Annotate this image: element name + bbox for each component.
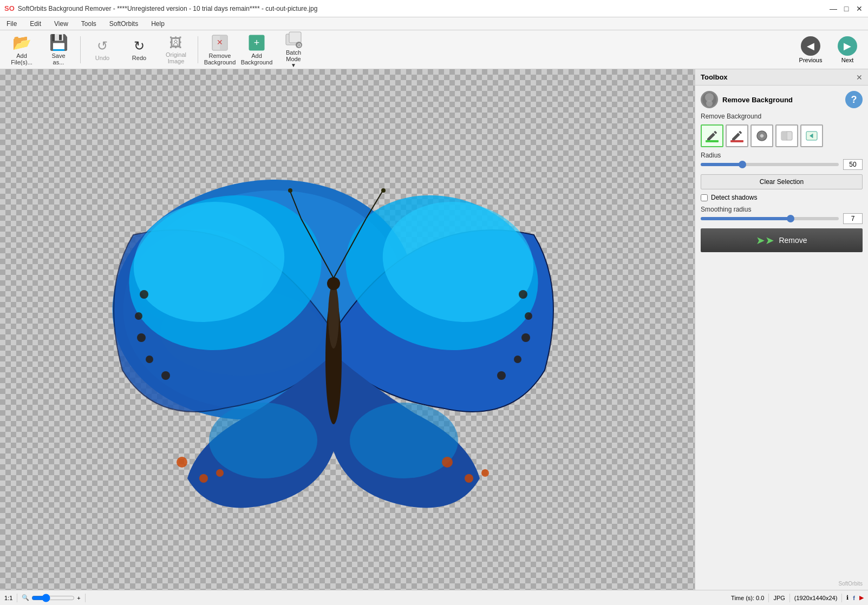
red-pencil-tool[interactable] (726, 124, 748, 147)
green-pencil-tool[interactable] (701, 124, 723, 147)
smoothing-slider-thumb[interactable] (787, 215, 794, 222)
menu-help[interactable]: Help (149, 19, 167, 29)
redo-button[interactable]: ↻ Redo (122, 33, 156, 67)
add-files-icon: 📂 (12, 34, 31, 51)
svg-rect-6 (289, 32, 301, 43)
remove-button[interactable]: ➤➤ Remove (701, 228, 863, 252)
svg-point-30 (199, 474, 208, 483)
batch-mode-icon: ⚙ (285, 31, 302, 48)
add-files-label: Add File(s)... (11, 52, 32, 65)
window-title: SoftOrbits Background Remover - ****Unre… (18, 5, 318, 12)
previous-button[interactable]: ◀ Previous (794, 36, 827, 63)
menu-edit[interactable]: Edit (28, 19, 43, 29)
redo-label: Redo (132, 55, 146, 61)
restore-icon (805, 129, 818, 142)
batch-mode-label: BatchMode (286, 49, 301, 62)
toolbox-footer: SoftOrbits (695, 577, 868, 590)
save-as-button[interactable]: 💾 Save as... (41, 33, 76, 67)
social-youtube-icon[interactable]: ▶ (859, 594, 864, 601)
svg-point-32 (442, 457, 453, 468)
magic-wand-tool[interactable] (750, 124, 773, 147)
save-as-icon: 💾 (49, 34, 68, 51)
canvas-area[interactable] (0, 69, 695, 590)
undo-icon: ↺ (97, 38, 108, 54)
svg-point-29 (177, 457, 187, 468)
add-bg-icon: + (248, 34, 265, 51)
remove-bg-label: Remove Background (204, 52, 236, 65)
svg-point-33 (465, 474, 473, 483)
menu-softorbits[interactable]: SoftOrbits (107, 19, 140, 29)
svg-text:⚙: ⚙ (297, 42, 302, 48)
restore-tool[interactable] (800, 124, 823, 147)
zoom-plus-icon[interactable]: + (77, 595, 80, 601)
minimize-button[interactable]: — (829, 4, 838, 13)
original-image-button[interactable]: 🖼 Original Image (159, 33, 193, 67)
detect-shadows-row: Detect shadows (701, 194, 863, 201)
svg-point-28 (497, 371, 506, 380)
svg-point-36 (328, 284, 339, 348)
zoom-control[interactable]: 🔍 + (22, 594, 80, 602)
svg-point-46 (706, 100, 713, 107)
add-bg-label: Add Background (241, 52, 273, 65)
status-bar: 1:1 🔍 + Time (s): 0.0 JPG (1920x1440x24)… (0, 590, 868, 605)
zoom-minus-icon[interactable]: 🔍 (22, 594, 29, 601)
red-pencil-icon (730, 129, 743, 142)
detect-shadows-label[interactable]: Detect shadows (711, 194, 757, 201)
radius-slider-fill (701, 163, 742, 166)
maximize-button[interactable]: □ (842, 4, 851, 13)
toolbox-close-button[interactable]: ✕ (856, 73, 863, 82)
radius-slider-thumb[interactable] (739, 161, 746, 168)
batch-dropdown-arrow: ▼ (291, 62, 296, 68)
time-label: Time (s): 0.0 (731, 595, 764, 601)
detect-shadows-checkbox[interactable] (701, 194, 708, 201)
smoothing-section: Smoothing radius (701, 206, 863, 224)
time-info: Time (s): 0.0 (731, 595, 764, 601)
batch-mode-button[interactable]: ⚙ BatchMode ▼ (276, 33, 311, 67)
section-header: Remove Background ? (701, 91, 863, 108)
redo-icon: ↻ (134, 38, 145, 54)
app-logo: SO (4, 4, 15, 12)
remove-background-button[interactable]: ✕ Remove Background (203, 33, 237, 67)
status-sep-3 (768, 594, 769, 602)
svg-point-22 (146, 356, 153, 363)
radius-slider-track[interactable] (701, 163, 839, 166)
menu-file[interactable]: File (4, 19, 19, 29)
toolbar: 📂 Add File(s)... 💾 Save as... ↺ Undo ↻ R… (0, 30, 868, 69)
clear-selection-button[interactable]: Clear Selection (701, 174, 863, 189)
green-pencil-icon (706, 129, 719, 142)
toolbox-panel: Toolbox ✕ Remove Background ? Remove Bac… (695, 69, 868, 590)
info-icon[interactable]: ℹ (846, 594, 849, 601)
image-size-info: (1920x1440x24) (794, 595, 838, 601)
svg-point-18 (209, 403, 317, 478)
svg-point-43 (381, 188, 386, 193)
svg-point-50 (760, 134, 763, 137)
add-background-button[interactable]: + Add Background (239, 33, 274, 67)
butterfly-image (90, 127, 577, 532)
svg-point-20 (135, 312, 142, 320)
smoothing-value-input[interactable] (843, 213, 863, 224)
add-files-button[interactable]: 📂 Add File(s)... (4, 33, 39, 67)
title-bar-controls[interactable]: — □ ✕ (829, 4, 864, 13)
social-facebook-icon[interactable]: f (853, 595, 855, 601)
undo-button[interactable]: ↺ Undo (85, 33, 120, 67)
toolbar-separator-1 (80, 36, 81, 63)
remove-label: Remove (779, 236, 807, 245)
next-button[interactable]: ▶ Next (831, 36, 864, 63)
status-sep-1 (17, 594, 17, 602)
svg-rect-53 (781, 131, 787, 140)
radius-value-input[interactable] (843, 159, 863, 170)
erase-tool[interactable] (775, 124, 798, 147)
radius-label: Radius (701, 152, 863, 159)
menu-tools[interactable]: Tools (79, 19, 99, 29)
svg-point-27 (514, 356, 521, 363)
zoom-indicator: 1:1 (4, 595, 12, 601)
format-label: JPG (773, 595, 785, 601)
remove-bg-icon: ✕ (211, 34, 229, 51)
zoom-slider[interactable] (31, 594, 75, 602)
tool-buttons-row (701, 124, 863, 147)
radius-section: Radius (701, 152, 863, 170)
smoothing-slider-track[interactable] (701, 217, 839, 220)
close-button[interactable]: ✕ (855, 4, 864, 13)
help-button[interactable]: ? (845, 91, 863, 108)
menu-view[interactable]: View (52, 19, 70, 29)
